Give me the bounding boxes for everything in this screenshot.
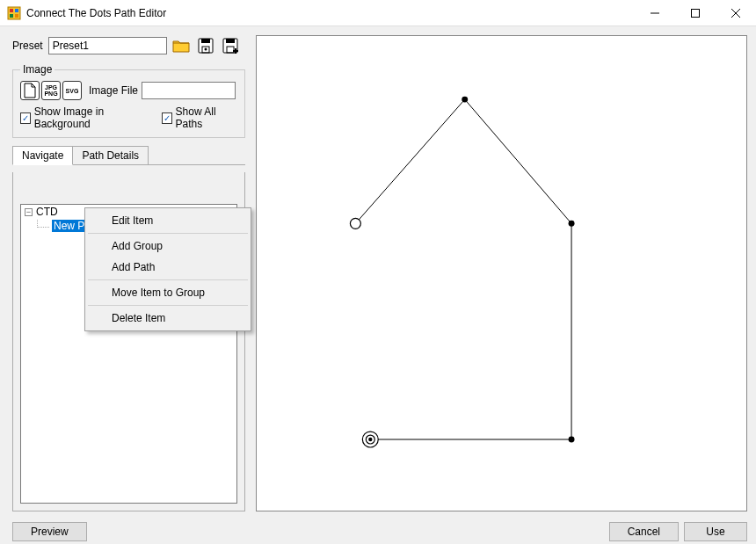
collapse-icon[interactable]: − bbox=[25, 208, 33, 216]
node-dot[interactable] bbox=[569, 437, 575, 443]
cm-add-group[interactable]: Add Group bbox=[87, 236, 249, 257]
preset-label: Preset bbox=[12, 40, 43, 52]
preview-button[interactable]: Preview bbox=[12, 522, 87, 541]
cm-move-item[interactable]: Move Item to Group bbox=[87, 282, 249, 303]
cm-delete-item[interactable]: Delete Item bbox=[87, 308, 249, 329]
image-file-input[interactable] bbox=[142, 82, 236, 99]
svg-rect-14 bbox=[226, 39, 235, 43]
minimize-button[interactable] bbox=[635, 0, 675, 25]
maximize-button[interactable] bbox=[675, 0, 716, 25]
node-end[interactable] bbox=[362, 432, 378, 447]
svg-point-20 bbox=[368, 438, 372, 441]
svg-point-12 bbox=[204, 48, 207, 51]
svg-rect-4 bbox=[15, 14, 18, 18]
preset-input[interactable] bbox=[48, 37, 167, 54]
node-dot[interactable] bbox=[462, 97, 468, 103]
cm-edit-item[interactable]: Edit Item bbox=[87, 210, 249, 231]
show-bg-label: Show Image in Background bbox=[34, 105, 148, 130]
file-icon[interactable] bbox=[20, 81, 40, 100]
tree-root-label: CTD bbox=[36, 206, 58, 218]
node-start[interactable] bbox=[350, 218, 360, 228]
save-as-button[interactable] bbox=[220, 35, 241, 56]
close-button[interactable] bbox=[716, 0, 756, 25]
image-file-label: Image File bbox=[89, 84, 138, 97]
use-button[interactable]: Use bbox=[684, 522, 747, 541]
image-group-legend: Image bbox=[20, 63, 55, 76]
tree-connector-icon bbox=[37, 220, 49, 228]
show-paths-checkbox[interactable]: ✓ bbox=[162, 112, 172, 124]
node-dot[interactable] bbox=[569, 221, 575, 227]
show-paths-label: Show All Paths bbox=[176, 105, 237, 130]
svg-rect-2 bbox=[15, 9, 18, 12]
path-drawing bbox=[257, 36, 746, 511]
svg-icon[interactable]: SVG bbox=[62, 81, 82, 100]
save-button[interactable] bbox=[195, 35, 216, 56]
svg-rect-6 bbox=[692, 9, 700, 17]
jpg-png-icon[interactable]: JPG PNG bbox=[41, 81, 61, 100]
context-menu: Edit Item Add Group Add Path Move Item t… bbox=[84, 207, 251, 331]
tab-navigate[interactable]: Navigate bbox=[12, 146, 73, 165]
app-icon bbox=[7, 6, 21, 20]
image-group: Image JPG PNG SVG Image File ✓ Show Imag… bbox=[12, 63, 245, 138]
svg-rect-3 bbox=[10, 14, 13, 18]
cancel-button[interactable]: Cancel bbox=[609, 522, 679, 541]
tab-path-details[interactable]: Path Details bbox=[72, 146, 149, 165]
svg-rect-1 bbox=[10, 9, 13, 12]
open-folder-button[interactable] bbox=[171, 35, 192, 56]
svg-rect-10 bbox=[201, 39, 210, 43]
window-title: Connect The Dots Path Editor bbox=[26, 7, 635, 19]
canvas[interactable] bbox=[256, 35, 747, 511]
cm-separator bbox=[88, 305, 248, 306]
cm-add-path[interactable]: Add Path bbox=[87, 257, 249, 278]
show-bg-checkbox[interactable]: ✓ bbox=[20, 112, 31, 124]
cm-separator bbox=[88, 233, 248, 234]
cm-separator bbox=[88, 279, 248, 280]
